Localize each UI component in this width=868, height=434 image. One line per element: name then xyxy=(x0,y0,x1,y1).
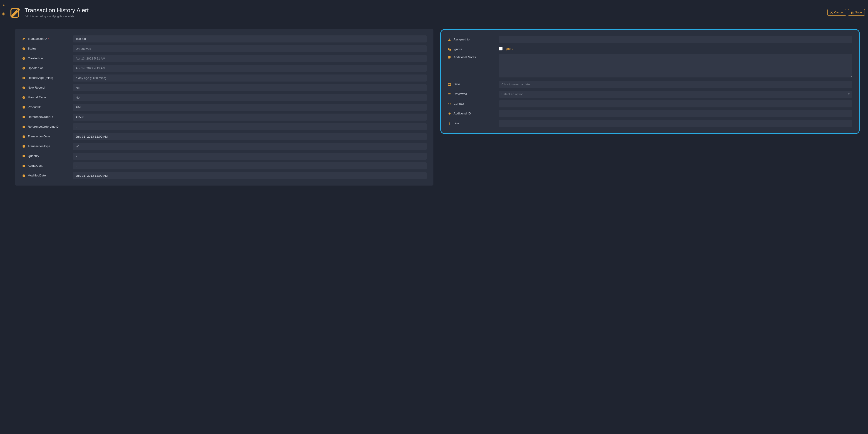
field-label: Manual Record xyxy=(28,96,49,99)
edit-page-icon xyxy=(10,7,21,19)
db-icon xyxy=(22,174,26,177)
svg-rect-3 xyxy=(23,49,24,50)
created-on-input xyxy=(73,55,427,62)
field-label: Created on xyxy=(28,57,43,60)
svg-rect-19 xyxy=(23,97,24,97)
info-icon xyxy=(22,96,26,99)
status-input xyxy=(73,45,427,52)
quantity-input[interactable] xyxy=(73,153,427,160)
note-icon xyxy=(448,55,452,59)
svg-rect-16 xyxy=(23,87,24,87)
svg-rect-7 xyxy=(23,58,24,58)
additional-id-label: Additional ID xyxy=(454,112,471,115)
field-label: ActualCost xyxy=(28,164,42,167)
ignore-checkbox-label: Ignore xyxy=(505,47,514,51)
svg-rect-6 xyxy=(23,58,24,59)
contact-input[interactable] xyxy=(499,100,852,107)
updated-on-input xyxy=(73,65,427,72)
productid-input[interactable] xyxy=(73,104,427,111)
sidebar-add-icon[interactable] xyxy=(2,12,5,16)
referenceorderlineid-input[interactable] xyxy=(73,123,427,130)
new-record-input xyxy=(73,84,427,91)
sidebar-expand-icon[interactable] xyxy=(2,3,5,7)
svg-rect-4 xyxy=(23,48,24,49)
field-label: TransactionDate xyxy=(28,135,50,138)
transactiontype-input[interactable] xyxy=(73,143,427,150)
svg-rect-18 xyxy=(23,97,24,98)
assigned-to-input[interactable] xyxy=(499,36,852,43)
record-age-mins--input xyxy=(73,74,427,82)
assigned-to-label: Assigned to xyxy=(454,38,470,41)
ignore-checkbox[interactable] xyxy=(499,47,502,51)
info-icon xyxy=(22,47,26,50)
link-label: Link xyxy=(454,122,459,125)
sidebar xyxy=(0,0,7,434)
page-header: Transaction History Alert Edit this reco… xyxy=(9,7,866,23)
calendar-icon xyxy=(448,83,452,86)
save-icon xyxy=(851,11,854,14)
db-icon xyxy=(22,115,26,119)
left-panel: TransactionID *StatusCreated onUpdated o… xyxy=(15,29,433,186)
field-label: Updated on xyxy=(28,66,43,70)
list-icon xyxy=(448,92,452,96)
eye-slash-icon xyxy=(448,48,452,51)
transactiondate-input[interactable] xyxy=(73,133,427,140)
page-subtitle: Edit this record by modifying its metada… xyxy=(25,15,89,18)
db-icon xyxy=(22,145,26,148)
reviewed-label: Reviewed xyxy=(454,92,467,96)
field-label: ModifiedDate xyxy=(28,174,46,177)
svg-rect-10 xyxy=(23,67,24,68)
date-input[interactable] xyxy=(499,81,852,88)
manual-record-input xyxy=(73,94,427,101)
notes-textarea[interactable] xyxy=(499,54,852,78)
mail-icon xyxy=(448,102,452,105)
modifieddate-input[interactable] xyxy=(73,172,427,179)
user-icon xyxy=(448,38,452,41)
svg-rect-12 xyxy=(23,78,24,79)
field-label: ReferenceOrderLineID xyxy=(28,125,59,128)
db-icon xyxy=(22,125,26,128)
db-icon xyxy=(22,154,26,158)
contact-label: Contact xyxy=(454,102,464,105)
link-input[interactable] xyxy=(499,120,852,127)
info-icon xyxy=(22,57,26,60)
field-label: ProductID xyxy=(28,105,41,109)
date-label: Date xyxy=(454,83,460,86)
close-icon xyxy=(830,11,833,14)
field-label: Record Age (mins) xyxy=(28,76,53,80)
field-label: Quantity xyxy=(28,154,39,158)
page-title: Transaction History Alert xyxy=(25,7,89,14)
field-label: Status xyxy=(28,47,36,50)
ignore-label: Ignore xyxy=(454,48,462,51)
referenceorderid-input[interactable] xyxy=(73,114,427,121)
key-icon xyxy=(22,37,26,40)
additional-id-input[interactable] xyxy=(499,110,852,117)
actualcost-input[interactable] xyxy=(73,162,427,169)
info-icon xyxy=(22,66,26,70)
transactionid-input[interactable] xyxy=(73,35,427,42)
field-label: TransactionID * xyxy=(28,37,49,40)
cancel-button[interactable]: Cancel xyxy=(827,9,846,16)
notes-label: Additional Notes xyxy=(454,55,476,59)
field-label: New Record xyxy=(28,86,44,89)
svg-rect-15 xyxy=(23,88,24,89)
save-button[interactable]: Save xyxy=(848,9,865,16)
db-icon xyxy=(22,105,26,109)
field-label: TransactionType xyxy=(28,145,50,148)
reviewed-select[interactable]: Select an option... xyxy=(499,91,852,98)
field-label: ReferenceOrderID xyxy=(28,115,53,119)
db-icon xyxy=(22,164,26,167)
svg-rect-13 xyxy=(23,77,24,78)
db-icon xyxy=(22,135,26,138)
link-icon xyxy=(448,122,452,125)
right-panel: Assigned to Ignore Ignore xyxy=(440,29,860,134)
svg-rect-9 xyxy=(23,68,24,69)
info-icon xyxy=(22,86,26,89)
plus-icon xyxy=(448,112,452,115)
info-icon xyxy=(22,76,26,80)
